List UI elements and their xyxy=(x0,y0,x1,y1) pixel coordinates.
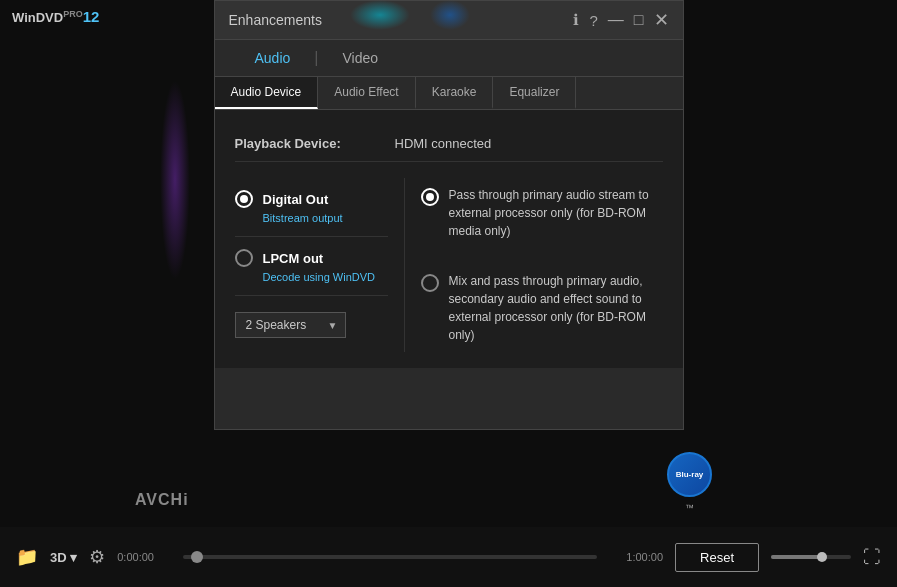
time-end: 1:00:00 xyxy=(613,551,663,563)
app-logo: WinDVDPRO12 xyxy=(12,8,99,25)
speaker-dropdown-wrap: 2 Speakers 5.1 Speakers 7.1 Speakers ▼ xyxy=(235,312,346,338)
settings-icon[interactable]: ⚙ xyxy=(89,546,105,568)
time-start: 0:00:00 xyxy=(117,551,167,563)
tab-divider: | xyxy=(310,40,322,76)
progress-thumb xyxy=(191,551,203,563)
tab-audio[interactable]: Audio xyxy=(235,40,311,76)
mix-pass-option[interactable]: Mix and pass through primary audio, seco… xyxy=(421,264,663,352)
enhancements-dialog: Enhancements ℹ ? — □ ✕ Audio | Video Aud… xyxy=(214,0,684,430)
passthrough-options: Pass through primary audio stream to ext… xyxy=(405,178,663,352)
folder-icon[interactable]: 📁 xyxy=(16,546,38,568)
dialog-overlay: Enhancements ℹ ? — □ ✕ Audio | Video Aud… xyxy=(0,0,897,527)
subtab-equalizer[interactable]: Equalizer xyxy=(493,77,576,109)
app-title-text: WinDVDPRO12 xyxy=(12,8,99,25)
bg-glow-top xyxy=(350,0,410,30)
reset-button[interactable]: Reset xyxy=(675,543,759,572)
speaker-dropdown-container: 2 Speakers 5.1 Speakers 7.1 Speakers ▼ xyxy=(235,312,388,338)
help-icon[interactable]: ? xyxy=(589,12,597,29)
bg-glow xyxy=(160,80,190,280)
digital-out-option[interactable]: Digital Out Bitstream output xyxy=(235,178,388,237)
close-button[interactable]: ✕ xyxy=(654,9,669,31)
dialog-content: Playback Device: HDMI connected Digital … xyxy=(215,110,683,368)
mix-pass-text: Mix and pass through primary audio, seco… xyxy=(449,272,663,344)
pass-through-text: Pass through primary audio stream to ext… xyxy=(449,186,663,240)
maximize-button[interactable]: □ xyxy=(634,11,644,29)
progress-bar[interactable] xyxy=(183,555,597,559)
bluray-logo: Blu-ray ™ xyxy=(667,452,712,515)
lpcm-out-label: LPCM out xyxy=(263,251,324,266)
pass-through-radio[interactable] xyxy=(421,188,439,206)
volume-thumb xyxy=(817,552,827,562)
3d-button[interactable]: 3D ▾ xyxy=(50,550,77,565)
options-layout: Digital Out Bitstream output LPCM out De… xyxy=(235,178,663,352)
lpcm-out-sublabel: Decode using WinDVD xyxy=(235,271,388,283)
avchi-logo: AVCHi xyxy=(135,491,189,509)
fullscreen-icon[interactable]: ⛶ xyxy=(863,547,881,568)
minimize-button[interactable]: — xyxy=(608,11,624,29)
speaker-select[interactable]: 2 Speakers 5.1 Speakers 7.1 Speakers xyxy=(235,312,346,338)
playback-device-row: Playback Device: HDMI connected xyxy=(235,126,663,162)
subtab-karaoke[interactable]: Karaoke xyxy=(416,77,494,109)
subtab-audio-effect[interactable]: Audio Effect xyxy=(318,77,416,109)
digital-out-radio[interactable] xyxy=(235,190,253,208)
dialog-window-controls: ℹ ? — □ ✕ xyxy=(573,9,668,31)
control-bar: 📁 3D ▾ ⚙ 0:00:00 1:00:00 Reset ⛶ xyxy=(0,527,897,587)
lpcm-out-radio[interactable] xyxy=(235,249,253,267)
digital-out-sublabel: Bitstream output xyxy=(235,212,388,224)
lpcm-out-option[interactable]: LPCM out Decode using WinDVD xyxy=(235,237,388,296)
playback-device-label: Playback Device: xyxy=(235,136,395,151)
subtab-audio-device[interactable]: Audio Device xyxy=(215,77,319,109)
mix-pass-radio[interactable] xyxy=(421,274,439,292)
pass-through-option[interactable]: Pass through primary audio stream to ext… xyxy=(421,178,663,248)
main-nav-tabs: Audio | Video xyxy=(215,40,683,77)
bg-glow-top2 xyxy=(430,0,470,30)
volume-track xyxy=(771,555,819,559)
dialog-title: Enhancements xyxy=(229,12,322,28)
volume-slider[interactable] xyxy=(771,555,851,559)
tab-video[interactable]: Video xyxy=(322,40,398,76)
output-type-options: Digital Out Bitstream output LPCM out De… xyxy=(235,178,405,352)
playback-device-value: HDMI connected xyxy=(395,136,492,151)
digital-out-label: Digital Out xyxy=(263,192,329,207)
sub-tabs: Audio Device Audio Effect Karaoke Equali… xyxy=(215,77,683,110)
info-icon[interactable]: ℹ xyxy=(573,11,579,29)
